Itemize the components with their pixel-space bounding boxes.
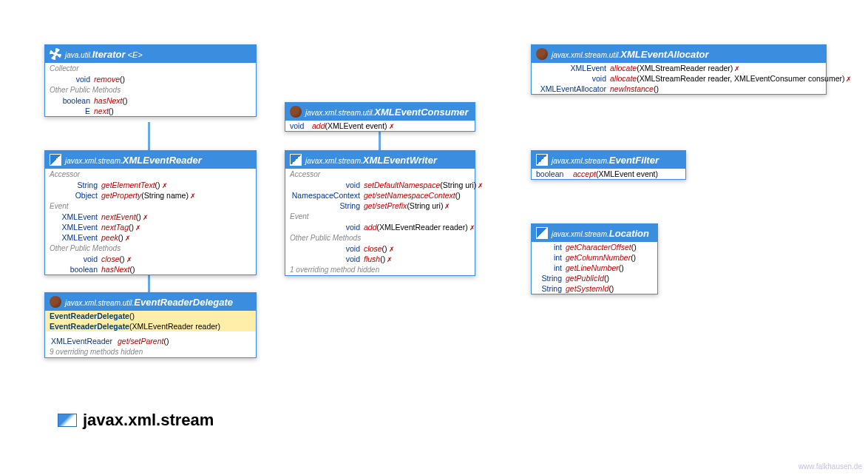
pkg-label: javax.xml.stream. xyxy=(552,157,609,165)
ctor-name: EventReaderDelegate xyxy=(50,322,129,331)
class-name: Location xyxy=(609,228,649,239)
method-name: flush xyxy=(364,255,380,263)
method-get-property[interactable]: Object getProperty(String name)✗ xyxy=(45,190,256,201)
ret-type: String xyxy=(50,181,101,189)
class-event-filter[interactable]: javax.xml.stream.EventFilter boolean acc… xyxy=(531,150,686,180)
method-close-writer[interactable]: void close()✗ xyxy=(285,243,475,254)
method-hasnext[interactable]: boolean hasNext() xyxy=(45,95,256,106)
class-event-reader-delegate[interactable]: javax.xml.stream.util.EventReaderDelegat… xyxy=(44,292,257,358)
method-allocate2[interactable]: void allocate(XMLStreamReader reader, XM… xyxy=(532,73,826,84)
method-name: peek xyxy=(101,233,118,242)
method-get-public-id[interactable]: String getPublicId() xyxy=(532,273,657,283)
params: () xyxy=(163,337,169,346)
method-set-default-ns[interactable]: void setDefaultNamespace(String uri)✗ xyxy=(285,180,475,190)
class-xml-event-consumer[interactable]: javax.xml.stream.util.XMLEventConsumer v… xyxy=(285,102,475,132)
class-header: javax.xml.stream.util.EventReaderDelegat… xyxy=(45,293,256,311)
class-name: EventReaderDelegate xyxy=(134,297,233,308)
ret-type: void xyxy=(536,74,610,83)
method-name: getPublicId xyxy=(566,274,604,283)
method-name: next xyxy=(94,107,109,115)
class-name: XMLEventReader xyxy=(123,155,202,166)
method-close[interactable]: void close()✗ xyxy=(45,254,256,264)
type-param: <E> xyxy=(128,50,143,59)
throws-marker: ✗ xyxy=(125,256,132,263)
section-accessor: Accessor xyxy=(285,169,475,180)
params: () xyxy=(155,181,160,189)
method-add-reader[interactable]: void add(XMLEventReader reader)✗ xyxy=(285,222,475,232)
class-header: javax.xml.stream.util.XMLEventAllocator xyxy=(532,45,826,63)
interface-icon xyxy=(290,154,302,166)
interface-icon xyxy=(50,154,61,166)
throws-marker: ✗ xyxy=(476,182,484,189)
params: () xyxy=(608,284,614,293)
ret-type: Object xyxy=(50,191,101,200)
method-next-tag[interactable]: XMLEvent nextTag()✗ xyxy=(45,222,256,232)
ret-type: void xyxy=(50,255,101,263)
params: (String uri) xyxy=(407,201,443,210)
ret-type: void xyxy=(290,223,364,232)
method-flush[interactable]: void flush()✗ xyxy=(285,254,475,264)
section-event: Event xyxy=(45,201,256,212)
method-next-event[interactable]: XMLEvent nextEvent()✗ xyxy=(45,212,256,222)
method-peek[interactable]: XMLEvent peek()✗ xyxy=(45,232,256,243)
method-get-char-offset[interactable]: int getCharacterOffset() xyxy=(532,242,657,252)
pkg-label: javax.xml.stream.util. xyxy=(552,51,620,59)
params: (XMLEvent event) xyxy=(596,169,658,178)
method-get-system-id[interactable]: String getSystemId() xyxy=(532,283,657,294)
method-name: accept xyxy=(573,169,596,178)
method-get-col-number[interactable]: int getColumnNumber() xyxy=(532,252,657,263)
ret-type: int xyxy=(536,243,566,252)
method-name: getColumnNumber xyxy=(566,253,631,262)
class-iterator[interactable]: java.util.Iterator <E> Collector void re… xyxy=(44,44,257,117)
method-name: get/setPrefix xyxy=(364,201,407,210)
method-get-element-text[interactable]: String getElementText()✗ xyxy=(45,180,256,190)
params: () xyxy=(120,255,125,263)
method-name: hasNext xyxy=(94,96,123,105)
class-header: java.util.Iterator <E> xyxy=(45,45,256,63)
ctor-1[interactable]: EventReaderDelegate() xyxy=(45,311,256,321)
class-xml-event-reader[interactable]: javax.xml.stream.XMLEventReader Accessor… xyxy=(44,150,257,275)
method-get-set-ns-ctx[interactable]: NamespaceContext get/setNamespaceContext… xyxy=(285,190,475,201)
method-allocate1[interactable]: XMLEvent allocate(XMLStreamReader reader… xyxy=(532,63,826,73)
params: () xyxy=(118,233,123,242)
hidden-note: 9 overriding methods hidden xyxy=(45,346,256,357)
params: (XMLEventReader reader) xyxy=(377,223,468,232)
ret-type: boolean xyxy=(50,265,101,274)
pkg-label: javax.xml.stream. xyxy=(305,157,363,165)
ctor-2[interactable]: EventReaderDelegate(XMLEventReader reade… xyxy=(45,321,256,331)
class-name: XMLEventAllocator xyxy=(620,49,708,60)
interface-icon xyxy=(536,227,548,239)
section-other: Other Public Methods xyxy=(45,84,256,95)
class-name: Iterator xyxy=(92,49,126,60)
method-add-event[interactable]: void add(XMLEvent event)✗ xyxy=(285,121,475,131)
method-name: get/setParent xyxy=(118,337,163,346)
method-remove[interactable]: void remove() xyxy=(45,74,256,84)
ret-type: XMLEvent xyxy=(50,223,101,232)
params: () xyxy=(631,253,636,262)
class-xml-event-writer[interactable]: javax.xml.stream.XMLEventWriter Accessor… xyxy=(285,150,475,276)
method-hasnext2[interactable]: boolean hasNext() xyxy=(45,264,256,274)
ret-type: NamespaceContext xyxy=(290,191,364,200)
section-other: Other Public Methods xyxy=(45,243,256,254)
ret-type: boolean xyxy=(536,169,573,178)
ret-type: XMLEventAllocator xyxy=(536,84,610,93)
params: () xyxy=(123,96,128,105)
throws-marker: ✗ xyxy=(385,256,393,263)
section-other: Other Public Methods xyxy=(285,232,475,243)
ret-type: XMLEvent xyxy=(50,233,101,242)
method-name: getCharacterOffset xyxy=(566,243,631,252)
throws-marker: ✗ xyxy=(160,182,168,189)
method-new-instance[interactable]: XMLEventAllocator newInstance() xyxy=(532,84,826,94)
method-next[interactable]: E next() xyxy=(45,106,256,116)
class-icon xyxy=(536,48,548,60)
params: (XMLEventReader reader) xyxy=(129,322,220,331)
method-get-line-number[interactable]: int getLineNumber() xyxy=(532,263,657,273)
method-get-set-parent[interactable]: XMLEventReader get/setParent() xyxy=(45,336,256,346)
params: () xyxy=(129,223,134,232)
method-accept[interactable]: boolean accept(XMLEvent event) xyxy=(532,169,685,179)
class-location[interactable]: javax.xml.stream.Location int getCharact… xyxy=(531,223,658,294)
class-name: XMLEventWriter xyxy=(363,155,437,166)
section-collector: Collector xyxy=(45,63,256,74)
class-xml-event-allocator[interactable]: javax.xml.stream.util.XMLEventAllocator … xyxy=(531,44,827,95)
method-get-set-prefix[interactable]: String get/setPrefix(String uri)✗ xyxy=(285,201,475,211)
